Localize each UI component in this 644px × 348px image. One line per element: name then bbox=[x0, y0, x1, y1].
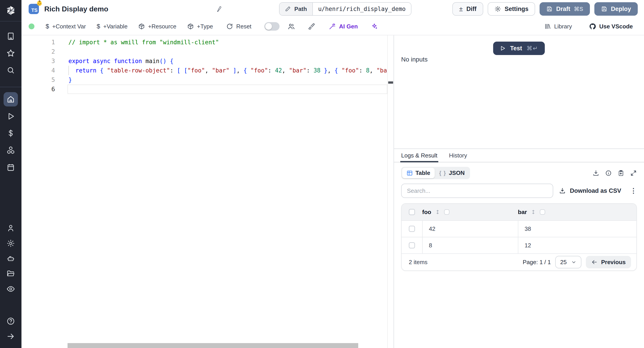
view-toggle-json[interactable]: { } JSON bbox=[435, 168, 469, 178]
use-vscode-button[interactable]: Use VScode bbox=[585, 20, 637, 32]
cell-foo: 42 bbox=[422, 221, 518, 237]
download-result-button[interactable] bbox=[592, 170, 599, 176]
home-icon bbox=[4, 92, 18, 106]
reset-button[interactable]: Reset bbox=[222, 21, 255, 32]
diff-button[interactable]: ± Diff bbox=[452, 2, 483, 16]
add-resource-button[interactable]: +Resource bbox=[134, 21, 180, 32]
add-type-button[interactable]: +Type bbox=[183, 21, 217, 32]
horizontal-scrollbar[interactable] bbox=[68, 343, 358, 348]
path-control[interactable]: Path u/henri/rich_display_demo bbox=[279, 2, 412, 16]
edit-summary-button[interactable] bbox=[215, 5, 222, 12]
collaborators-button[interactable] bbox=[285, 20, 298, 32]
gear-icon bbox=[4, 236, 18, 250]
sort-bar-button[interactable] bbox=[530, 209, 536, 215]
result-info-button[interactable] bbox=[605, 170, 612, 176]
add-context-var-button[interactable]: $ +Context Var bbox=[42, 20, 90, 32]
ai-gen-button[interactable]: AI Gen bbox=[325, 20, 362, 32]
code-line-1: 1// import * as wmill from "windmill-cli… bbox=[22, 38, 394, 47]
code-line-2: 2 bbox=[22, 47, 394, 56]
table-body: 4238812 bbox=[402, 220, 636, 254]
download-icon bbox=[559, 188, 566, 194]
diff-icon: ± bbox=[459, 5, 463, 13]
add-resource-label: +Resource bbox=[148, 23, 176, 30]
previous-page-button[interactable]: Previous bbox=[586, 256, 631, 268]
sidebar-item-workspace[interactable] bbox=[0, 28, 22, 45]
view-toggle-table[interactable]: Table bbox=[402, 168, 435, 178]
column-header-foo: foo bbox=[422, 209, 431, 216]
add-variable-button[interactable]: $ +Variable bbox=[92, 20, 132, 32]
code-text bbox=[68, 47, 387, 56]
filter-bar-toggle[interactable] bbox=[540, 209, 545, 215]
sidebar-item-favorites[interactable] bbox=[0, 45, 22, 62]
code-editor[interactable]: 1// import * as wmill from "windmill-cli… bbox=[22, 35, 394, 348]
deploy-label: Deploy bbox=[611, 6, 631, 12]
overview-ruler-cursor bbox=[388, 82, 393, 84]
robot-icon bbox=[4, 252, 18, 266]
row-checkbox[interactable] bbox=[409, 226, 415, 232]
ai-assistant-button[interactable] bbox=[368, 20, 380, 32]
filter-foo-toggle[interactable] bbox=[444, 209, 450, 215]
expand-icon bbox=[630, 170, 637, 176]
sidebar-item-expand[interactable] bbox=[0, 329, 22, 344]
sidebar-item-runs[interactable] bbox=[0, 108, 22, 125]
result-actions bbox=[592, 170, 637, 176]
editor-scroll-decoration bbox=[387, 35, 388, 348]
copy-result-button[interactable] bbox=[618, 170, 624, 176]
info-icon bbox=[605, 170, 612, 176]
sort-foo-button[interactable] bbox=[435, 209, 440, 215]
code-text: return { "table-row-object": [ ["foo", "… bbox=[68, 66, 387, 75]
sidebar-item-settings[interactable] bbox=[0, 236, 22, 251]
table-row[interactable]: 812 bbox=[402, 237, 636, 254]
toggle-knob bbox=[265, 23, 272, 30]
package-icon bbox=[187, 23, 194, 30]
sidebar-item-schedules[interactable] bbox=[0, 159, 22, 176]
code-text: // import * as wmill from "windmill-clie… bbox=[68, 38, 387, 47]
typescript-badge-label: TS bbox=[31, 8, 38, 13]
indent-guide bbox=[68, 66, 69, 75]
sidebar-item-folders[interactable] bbox=[0, 266, 22, 281]
badge-emoji: 👶 bbox=[36, 0, 42, 6]
save-icon bbox=[601, 6, 607, 12]
row-checkbox[interactable] bbox=[409, 242, 415, 248]
format-button[interactable] bbox=[305, 20, 318, 32]
user-icon bbox=[4, 221, 18, 235]
sidebar-divider bbox=[0, 87, 22, 87]
deploy-button[interactable]: Deploy bbox=[594, 2, 638, 16]
expand-result-button[interactable] bbox=[630, 170, 637, 176]
tab-logs-result[interactable]: Logs & Result bbox=[401, 149, 438, 162]
add-type-label: +Type bbox=[197, 23, 213, 30]
folder-open-icon bbox=[4, 266, 18, 281]
main-area: TS 👶 Rich Display demo Path u/henri/rich… bbox=[22, 0, 644, 348]
cell-bar: 38 bbox=[518, 221, 636, 237]
download-icon bbox=[592, 170, 599, 176]
items-count: 2 items bbox=[409, 259, 428, 266]
library-icon bbox=[544, 23, 551, 30]
ai-gen-label: AI Gen bbox=[339, 23, 358, 30]
table-row[interactable]: 4238 bbox=[402, 220, 636, 237]
windmill-logo-icon bbox=[5, 5, 16, 16]
test-button[interactable]: Test ⌘↵ bbox=[493, 42, 545, 55]
line-number: 6 bbox=[22, 84, 55, 94]
windmill-logo[interactable] bbox=[0, 0, 22, 22]
search-input[interactable] bbox=[401, 184, 553, 198]
library-button[interactable]: Library bbox=[540, 21, 576, 32]
sidebar-item-users[interactable] bbox=[0, 220, 22, 236]
page-size-select[interactable]: 25 bbox=[555, 256, 582, 268]
sidebar-item-home[interactable] bbox=[0, 91, 22, 108]
sidebar-item-workers[interactable] bbox=[0, 251, 22, 266]
diff-mode-toggle[interactable] bbox=[264, 22, 280, 31]
sidebar-item-help[interactable] bbox=[0, 314, 22, 329]
tab-history[interactable]: History bbox=[449, 149, 467, 162]
table-options-button[interactable]: ⋮ bbox=[630, 188, 637, 194]
sidebar-item-search[interactable] bbox=[0, 62, 22, 79]
select-all-checkbox[interactable] bbox=[409, 209, 415, 215]
sidebar-item-resources[interactable] bbox=[0, 142, 22, 159]
topbar: TS 👶 Rich Display demo Path u/henri/rich… bbox=[22, 0, 644, 18]
sidebar-item-audit[interactable] bbox=[0, 281, 22, 296]
view-json-label: JSON bbox=[449, 170, 465, 176]
download-csv-button[interactable]: Download as CSV bbox=[556, 187, 624, 195]
sidebar-item-variables[interactable] bbox=[0, 125, 22, 142]
sidebar bbox=[0, 0, 22, 348]
draft-button[interactable]: Draft ⌘S bbox=[540, 2, 590, 16]
settings-button[interactable]: Settings bbox=[488, 2, 535, 16]
